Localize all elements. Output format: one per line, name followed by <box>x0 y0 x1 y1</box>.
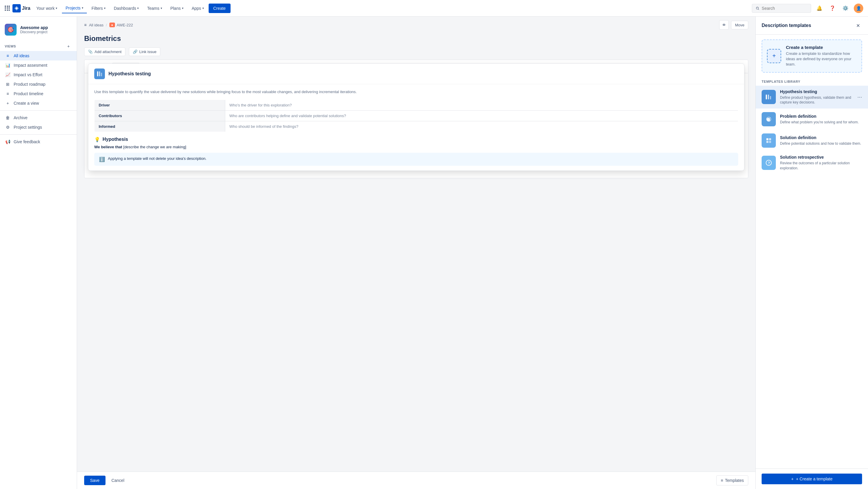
svg-rect-1 <box>97 71 98 77</box>
create-template-icon: + <box>767 49 781 63</box>
nav-your-work[interactable]: Your work ▾ <box>33 4 61 13</box>
sidebar-item-project-settings[interactable]: ⚙ Project settings <box>0 122 77 132</box>
svg-rect-10 <box>766 141 768 143</box>
watch-button[interactable]: 👁 <box>719 20 729 30</box>
issue-title: Biometrics <box>84 34 748 43</box>
template-item-solution[interactable]: Solution definition Define potential sol… <box>756 130 868 151</box>
templates-button[interactable]: ≡ Templates <box>716 476 748 485</box>
breadcrumb-issue: ● AWE-222 <box>110 23 133 27</box>
template-panel: Description templates ✕ + Create a templ… <box>755 17 868 489</box>
template-panel-header: Description templates ✕ <box>756 17 868 35</box>
sidebar-item-product-timeline[interactable]: ≡ Product timeline <box>0 89 77 98</box>
sidebar-item-archive[interactable]: 🗑 Archive <box>0 113 77 122</box>
template-panel-title: Description templates <box>762 23 811 28</box>
create-template-name: Create a template <box>786 45 857 50</box>
info-icon: ℹ️ <box>99 156 105 162</box>
template-item-retrospective[interactable]: ? Solution retrospective Review the outc… <box>756 151 868 174</box>
nav-plans[interactable]: Plans ▾ <box>167 4 187 13</box>
nav-teams[interactable]: Teams ▾ <box>144 4 165 13</box>
search-icon <box>756 6 759 10</box>
preview-description: Use this template to quantify the value … <box>94 89 738 95</box>
create-button[interactable]: Create <box>209 4 230 13</box>
hypothesis-more-button[interactable]: ⋯ <box>856 93 863 100</box>
jira-logo[interactable]: Jira <box>12 4 30 12</box>
template-panel-close[interactable]: ✕ <box>854 21 862 30</box>
table-row: Informed Who should be informed of the f… <box>95 121 738 132</box>
user-avatar[interactable]: 👤 <box>854 4 863 13</box>
nav-apps[interactable]: Apps ▾ <box>188 4 208 13</box>
solution-name: Solution definition <box>780 135 862 140</box>
notifications-button[interactable]: 🔔 <box>815 4 824 13</box>
preview-title: Hypothesis testing <box>108 71 151 77</box>
project-name: Awesome app <box>20 25 72 30</box>
link-issue-button[interactable]: 🔗 Link issue <box>129 48 160 56</box>
settings-button[interactable]: ⚙️ <box>841 4 850 13</box>
svg-rect-6 <box>770 96 771 99</box>
hypothesis-icon <box>762 90 776 104</box>
editor-bottom-bar: Save Cancel ≡ Templates <box>77 471 755 489</box>
editor-area: ↩ ↪ Normal text ▾ B I Add a description.… <box>77 60 755 471</box>
svg-rect-8 <box>766 138 768 140</box>
table-row: Contributors Who are contributors helpin… <box>95 110 738 121</box>
sidebar-item-impact-assessment[interactable]: 📊 Impact assesment <box>0 60 77 70</box>
svg-rect-2 <box>99 71 100 77</box>
cancel-button[interactable]: Cancel <box>108 476 128 485</box>
hypothesis-name: Hypothesis testing <box>780 89 862 94</box>
solution-icon <box>762 134 776 148</box>
sidebar-item-product-roadmap[interactable]: ⊞ Product roadmap <box>0 80 77 89</box>
sidebar-item-create-view[interactable]: + Create a view <box>0 98 77 108</box>
project-icon: 🎯 <box>5 24 17 36</box>
app-grid-icon[interactable] <box>5 6 10 11</box>
nav-dashboards[interactable]: Dashboards ▾ <box>110 4 143 13</box>
retrospective-name: Solution retrospective <box>780 155 862 160</box>
views-section-label: VIEWS <box>5 45 16 48</box>
retrospective-desc: Review the outcomes of a particular solu… <box>780 161 862 171</box>
nav-items: Your work ▾ Projects ▾ Filters ▾ Dashboa… <box>33 3 747 13</box>
svg-rect-5 <box>768 95 769 99</box>
help-button[interactable]: ❓ <box>828 4 837 13</box>
project-info: 🎯 Awesome app Discovery project <box>0 21 77 40</box>
template-list: Hypothesis testing Define product hypoth… <box>756 86 868 468</box>
sidebar-item-impact-effort[interactable]: 📈 Impact vs Effort <box>0 70 77 80</box>
sidebar-item-give-feedback[interactable]: 📢 Give feedback <box>0 137 77 146</box>
editor-container: ↩ ↪ Normal text ▾ B I Add a description.… <box>84 60 748 178</box>
create-template-desc: Create a template to standardize how ide… <box>786 51 857 67</box>
breadcrumb: ≡ All ideas / ● AWE-222 👁 Move <box>77 17 755 32</box>
svg-rect-3 <box>101 73 102 76</box>
problem-icon <box>762 112 776 126</box>
template-item-hypothesis[interactable]: Hypothesis testing Define product hypoth… <box>756 86 868 109</box>
problem-desc: Define what problem you're solving and f… <box>780 120 862 125</box>
svg-text:?: ? <box>768 161 770 165</box>
table-row: Driver Who's the driver for this explora… <box>95 99 738 110</box>
breadcrumb-all-ideas[interactable]: All ideas <box>89 23 103 27</box>
solution-desc: Define potential solutions and how to va… <box>780 141 862 146</box>
sidebar: 🎯 Awesome app Discovery project VIEWS + … <box>0 17 77 489</box>
hypothesis-desc: Define product hypothesis, validate them… <box>780 95 862 105</box>
top-navigation: Jira Your work ▾ Projects ▾ Filters ▾ Da… <box>0 0 868 17</box>
svg-rect-11 <box>769 141 771 143</box>
editor-toolbar: 📎 Add attachment 🔗 Link issue <box>77 48 755 60</box>
template-notice: ℹ️ Applying a template will not delete y… <box>94 153 738 166</box>
project-type: Discovery project <box>20 30 72 34</box>
nav-projects[interactable]: Projects ▾ <box>62 3 87 13</box>
svg-rect-4 <box>766 95 767 99</box>
move-button[interactable]: Move <box>731 21 748 29</box>
template-preview-popup: Hypothesis testing Use this template to … <box>88 63 744 171</box>
template-library-label: TEMPLATES LIBRARY <box>756 78 868 86</box>
search-input[interactable] <box>762 6 807 11</box>
template-footer: + + Create a template <box>756 468 868 489</box>
sidebar-item-all-ideas[interactable]: ≡ All ideas <box>0 51 77 60</box>
nav-filters[interactable]: Filters ▾ <box>88 4 109 13</box>
add-view-button[interactable]: + <box>65 43 72 50</box>
hypothesis-section: 💡 Hypothesis We believe that [describe t… <box>94 137 738 149</box>
problem-name: Problem definition <box>780 114 862 119</box>
preview-template-icon <box>94 68 105 79</box>
issue-header: Biometrics <box>77 32 755 48</box>
svg-rect-9 <box>769 138 771 140</box>
template-item-problem[interactable]: Problem definition Define what problem y… <box>756 109 868 130</box>
create-template-card[interactable]: + Create a template Create a template to… <box>762 39 862 73</box>
add-attachment-button[interactable]: 📎 Add attachment <box>84 48 125 56</box>
search-box[interactable] <box>752 4 811 13</box>
save-button[interactable]: Save <box>84 476 105 485</box>
create-template-bottom-button[interactable]: + + Create a template <box>762 473 862 484</box>
